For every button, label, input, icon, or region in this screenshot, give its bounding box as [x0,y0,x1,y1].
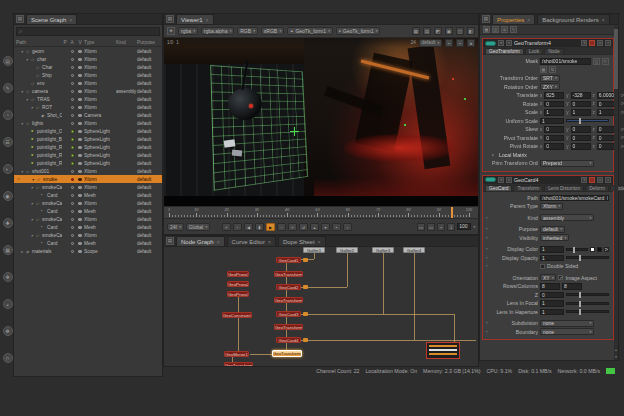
scenegraph-row-camera[interactable]: ▾◇cameraXformassemblydefault [14,87,162,95]
slider-handle[interactable] [579,118,581,124]
tab-properties[interactable]: Properties× [492,14,535,24]
visibility-icon[interactable] [76,49,84,53]
node-gaffer1[interactable]: Gaffer1 [303,247,325,253]
transport-button[interactable]: ▪ [332,223,341,231]
framerate-dropdown[interactable]: 24f▾ [167,223,184,231]
slider-handle[interactable] [573,247,575,253]
pen-icon[interactable]: ✎ [3,83,13,93]
chevron-down-icon[interactable]: ▾ [498,40,504,46]
slider-track[interactable] [566,248,588,251]
transport-button[interactable]: » [288,223,297,231]
viewer-dropdown-RGB[interactable]: RGB▾ [237,27,258,35]
node-geotransform2[interactable]: GeoTransform2 [274,297,303,303]
enable-toggle[interactable] [485,41,496,46]
viewer-tool-icon[interactable]: ▣ [445,27,453,35]
grid-icon[interactable]: ▦ [3,245,13,255]
axis-field-y[interactable]: 0 [571,135,591,142]
visibility-icon[interactable] [76,81,84,85]
expander-icon[interactable]: ▸ [492,152,497,157]
checkbox[interactable] [540,264,545,269]
expand-icon[interactable]: ▭ [597,40,603,46]
render-preview-node[interactable] [426,342,460,359]
attr-state-icon[interactable] [68,242,76,245]
scenegraph-row-shot001[interactable]: ▾◇shot001Xformdefault [14,167,162,175]
attr-state-icon[interactable] [68,74,76,77]
ptab-geocard[interactable]: GeoCard [485,185,512,191]
scenegraph-row-card[interactable]: ▪CardMeshdefault [14,207,162,215]
visibility-icon[interactable] [76,185,84,189]
viewer-dropdown-rgba[interactable]: rgba▾ [178,27,198,35]
monitor-icon[interactable]: ▭ [417,223,425,231]
viewer-tool-icon[interactable]: ◩ [434,27,442,35]
axis-field-y[interactable]: -328 [571,92,591,99]
reset-icon[interactable]: ⟳ [619,101,624,106]
expand-icon[interactable]: ▭ [597,177,603,183]
transport-button[interactable]: › [277,223,286,231]
render-flag-icon[interactable] [589,40,595,46]
half-sphere-icon[interactable]: ◒ [3,299,13,309]
visibility-icon[interactable] [76,121,84,125]
param-dropdown[interactable]: none▾ [540,328,594,335]
scenegraph-row-env[interactable]: ◇envXformdefault [14,79,162,87]
scenegraph-row-smokecard_002[interactable]: ▾◇smokeCard_002Xformdefault [14,199,162,207]
transport-button[interactable]: ▫ [343,223,352,231]
pane-menu-icon[interactable]: ▤ [482,15,490,23]
list-icon[interactable]: ≣ [501,26,508,33]
scenegraph-row-char[interactable]: ▾◇charXformdefault [14,55,162,63]
attr-state-icon[interactable] [68,154,76,157]
axis-field-y[interactable]: 0 [571,143,591,150]
param-dropdown[interactable]: assembly▾ [540,214,594,221]
visibility-icon[interactable] [76,113,84,117]
view-flag-icon[interactable] [303,312,308,316]
value-field[interactable]: 1 [540,300,564,307]
scroll-down-icon[interactable]: ▼ [614,354,618,360]
color-swatch-white[interactable] [590,247,595,252]
close-icon[interactable]: × [605,177,611,183]
layout-grid-icon[interactable]: ▦ [483,26,490,33]
render-flag-icon[interactable] [589,177,595,183]
transport-button[interactable]: ▴ [310,223,319,231]
node-geotransform1[interactable]: GeoTransform1 [274,271,303,277]
param-dropdown[interactable]: XY▾ [540,274,556,281]
close-icon[interactable]: × [527,17,530,23]
reset-icon[interactable]: ⟳ [619,135,624,140]
lock-icon[interactable]: ▪ [437,223,445,231]
visibility-icon[interactable] [76,193,84,197]
text-field[interactable]: /shot001/smoke [540,58,591,65]
scenegraph-row-ship[interactable]: ◇ShipXformdefault [14,71,162,79]
viewer-camera-dropdown[interactable]: ▲GeoTk_form1▾ [287,27,333,35]
view-flag-icon[interactable] [303,258,308,262]
color-swatch-checker[interactable] [604,247,609,252]
scenegraph-row-card[interactable]: ▪CardMeshdefault [14,223,162,231]
column-header-v[interactable]: V [76,40,84,45]
slider-handle[interactable] [579,309,581,315]
viewer-dropdown-sRGB[interactable]: sRGB▾ [261,27,284,35]
scenegraph-row-pointlight_blue[interactable]: ●pointlight_BLUESphereLightdefault [14,135,162,143]
pair-field-b[interactable]: 8 [562,283,582,290]
field-action-icon[interactable]: ◻ [593,58,600,65]
menu-icon[interactable]: ≡ [506,177,512,183]
slider-track[interactable] [566,256,609,259]
scenegraph-row-pointlight_red02[interactable]: ●pointlight_RED02SphereLightdefault [14,159,162,167]
view-flag-icon[interactable] [303,338,308,342]
text-field[interactable]: /shot001/smoke/smokeCard_004 [540,195,609,202]
node-geocard3[interactable]: GeoCard3 [276,311,301,317]
ptab-geotransform[interactable]: GeoTransform [485,48,524,54]
close-icon[interactable]: × [318,239,321,245]
visibility-icon[interactable] [76,137,84,141]
checkbox[interactable]: ✓ [558,275,563,280]
param-action-button[interactable]: ⇅ [549,66,556,73]
attr-state-icon[interactable] [68,82,76,85]
wheel-icon[interactable]: ☸ [3,326,13,336]
transport-button[interactable]: ‹ [233,223,242,231]
attr-state-icon[interactable] [68,122,76,125]
ptab-transform[interactable]: Transform [513,185,543,191]
axis-field-x[interactable]: 825 [544,92,564,99]
transport-button[interactable]: « [222,223,231,231]
visibility-icon[interactable] [76,201,84,205]
scenegraph-row-materials[interactable]: ▸◈materialsScopedefault [14,247,162,255]
transport-button[interactable]: ▮ [255,223,264,231]
display-option-icon[interactable]: ● [467,39,475,47]
value-field[interactable]: 1 [540,118,564,125]
attr-state-icon[interactable] [68,170,76,173]
